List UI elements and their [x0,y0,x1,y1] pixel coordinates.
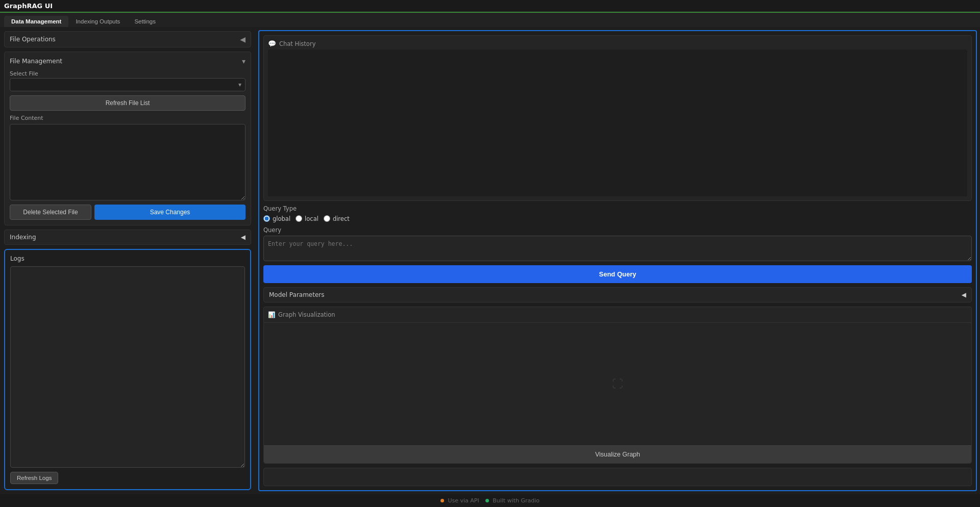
send-query-button[interactable]: Send Query [263,265,972,283]
model-parameters-label: Model Parameters [269,291,325,298]
radio-option-global[interactable]: global [263,215,290,222]
file-management-label: File Management [10,58,62,65]
tab-settings[interactable]: Settings [127,16,163,27]
model-parameters-section[interactable]: Model Parameters ◀ [263,287,972,302]
file-management-header: File Management ▾ [10,57,246,65]
refresh-file-list-button[interactable]: Refresh File List [10,95,246,111]
graph-visualization-content: ⛶ [264,323,971,446]
chat-history-content [268,49,967,196]
graph-placeholder-icon: ⛶ [612,377,623,390]
visualize-graph-button[interactable]: Visualize Graph [264,445,971,463]
chat-history-box: 💬 Chat History [263,35,972,201]
main-layout: File Operations ◀ File Management ▾ Sele… [0,27,980,494]
radio-option-local[interactable]: local [296,215,318,222]
graph-viz-icon: 📊 [268,311,275,318]
query-input[interactable] [263,236,972,261]
query-type-section: Query Type global local direct [263,205,972,222]
tab-indexing-outputs[interactable]: Indexing Outputs [68,16,127,27]
footer-built-label: Built with Gradio [493,497,540,504]
footer-built: Built with Gradio [485,497,540,504]
save-changes-button[interactable]: Save Changes [94,205,246,220]
indexing-label: Indexing [10,234,36,241]
radio-direct[interactable] [324,215,330,222]
file-content-area: File Content [10,115,246,200]
select-file-dropdown[interactable] [10,78,246,91]
radio-local[interactable] [296,215,302,222]
indexing-section[interactable]: Indexing ◀ [4,230,251,245]
file-operations-label: File Operations [10,36,56,43]
logs-box: Logs Refresh Logs [4,249,251,490]
footer-built-dot [485,499,489,502]
file-content-label: File Content [10,115,246,121]
select-file-label: Select File [10,70,246,77]
action-buttons: Delete Selected File Save Changes [10,205,246,220]
query-section: Query [263,226,972,261]
graph-bottom-input [263,468,972,486]
radio-global[interactable] [263,215,270,222]
title-bar: GraphRAG UI [0,0,980,13]
chat-history-icon: 💬 [268,40,276,47]
radio-option-direct[interactable]: direct [324,215,350,222]
tab-bar: Data Management Indexing Outputs Setting… [0,13,980,27]
select-file-wrapper [10,78,246,91]
radio-global-label: global [273,215,290,222]
tab-data-management[interactable]: Data Management [4,16,68,27]
graph-visualization-label: Graph Visualization [278,311,335,318]
right-panel: 💬 Chat History Query Type global local d [258,30,977,491]
graph-visualization-header: 📊 Graph Visualization [264,307,971,323]
footer-api-label: Use via API [448,497,479,504]
refresh-logs-button[interactable]: Refresh Logs [10,472,58,484]
footer-api-dot [440,499,444,502]
app-title: GraphRAG UI [4,2,53,10]
chat-history-header: 💬 Chat History [268,40,967,47]
file-management-box: File Management ▾ Select File Refresh Fi… [4,52,251,225]
model-parameters-chevron: ◀ [962,291,966,298]
footer-api: Use via API [440,497,479,504]
file-content-textarea[interactable] [10,124,246,200]
select-file-field: Select File [10,70,246,91]
chat-history-label-text: Chat History [279,40,315,47]
query-type-radio-group: global local direct [263,215,972,222]
radio-local-label: local [305,215,318,222]
indexing-chevron: ◀ [241,234,246,241]
graph-visualization-box: 📊 Graph Visualization ⛶ Visualize Graph [263,307,972,464]
delete-selected-file-button[interactable]: Delete Selected File [10,205,91,220]
left-panel: File Operations ◀ File Management ▾ Sele… [0,27,255,494]
logs-textarea[interactable] [10,266,245,468]
query-label: Query [263,226,972,234]
radio-direct-label: direct [333,215,350,222]
file-operations-chevron: ◀ [240,35,246,43]
footer: Use via API Built with Gradio [0,494,980,507]
file-management-chevron: ▾ [242,57,246,65]
logs-label: Logs [10,255,245,262]
file-operations-header[interactable]: File Operations ◀ [4,31,251,47]
query-type-label: Query Type [263,205,972,212]
